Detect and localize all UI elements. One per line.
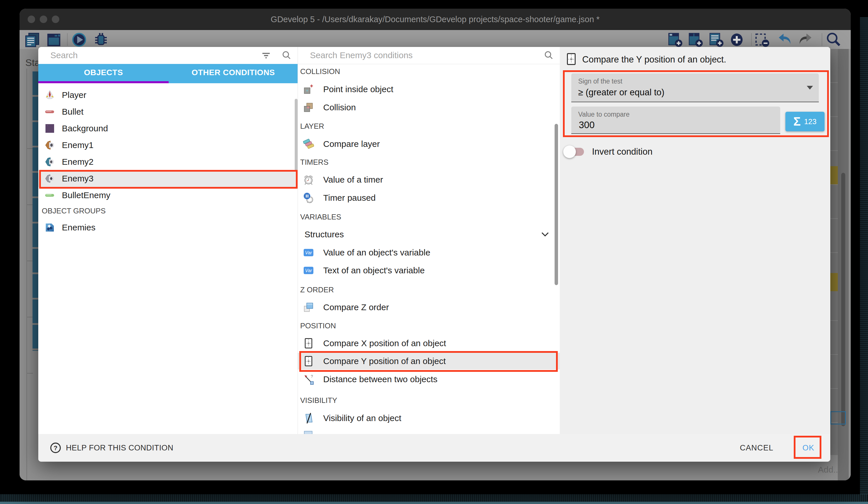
chevron-down-icon bbox=[541, 232, 549, 238]
highlighted-event-block bbox=[830, 166, 838, 184]
dialog-footer: ? HELP FOR THIS CONDITION CANCEL OK bbox=[38, 434, 830, 462]
event-selection-outline bbox=[830, 411, 846, 424]
group-name: Enemies bbox=[62, 219, 95, 236]
desktop-edge-texture-bottom bbox=[0, 494, 868, 502]
condition-item[interactable]: Visibility of an object bbox=[298, 410, 560, 426]
events-tree-stub bbox=[27, 317, 33, 317]
variable-icon: Var bbox=[303, 247, 314, 258]
undo-icon[interactable] bbox=[777, 32, 793, 48]
condition-item[interactable]: Timer paused bbox=[298, 190, 560, 206]
svg-text:Var: Var bbox=[305, 268, 312, 273]
screenshot-root: GDevelop 5 - /Users/dkarakay/Documents/G… bbox=[0, 0, 868, 504]
window-titlebar: GDevelop 5 - /Users/dkarakay/Documents/G… bbox=[20, 9, 851, 30]
condition-item-clipped[interactable] bbox=[298, 429, 560, 434]
bullet-enemy-icon bbox=[45, 190, 55, 200]
events-scrollbar[interactable] bbox=[841, 173, 845, 426]
add-layout-icon[interactable] bbox=[688, 32, 703, 48]
left-list-scrollbar[interactable] bbox=[295, 99, 298, 171]
condition-title: Compare the Y position of an object. bbox=[582, 47, 726, 72]
events-tree-stub bbox=[27, 148, 33, 149]
remove-dashed-icon[interactable] bbox=[754, 32, 770, 48]
project-manager-icon[interactable] bbox=[24, 32, 40, 48]
cancel-button[interactable]: CANCEL bbox=[731, 434, 783, 462]
position-grid-icon bbox=[303, 338, 314, 349]
annotation-box-ok bbox=[794, 436, 822, 459]
object-name: Enemy2 bbox=[62, 153, 94, 170]
condition-item[interactable]: Compare layer bbox=[298, 135, 560, 152]
invert-condition-toggle-knob[interactable] bbox=[563, 145, 576, 158]
condition-item[interactable]: Point inside object bbox=[298, 81, 560, 98]
object-search-input[interactable] bbox=[50, 47, 251, 64]
object-row-bullet[interactable]: Bullet bbox=[38, 103, 298, 120]
layers-icon bbox=[303, 139, 314, 150]
add-circle-icon[interactable] bbox=[729, 32, 745, 48]
window-title: GDevelop 5 - /Users/dkarakay/Documents/G… bbox=[20, 9, 851, 30]
section-header-position: POSITION bbox=[300, 321, 502, 331]
help-icon: ? bbox=[50, 442, 61, 455]
bullet-icon bbox=[45, 107, 55, 117]
object-row-enemy1[interactable]: Enemy1 bbox=[38, 137, 298, 153]
object-row-bulletenemy[interactable]: BulletEnemy bbox=[38, 187, 298, 204]
condition-item[interactable]: Collision bbox=[298, 99, 560, 116]
visibility-icon bbox=[303, 413, 314, 424]
add-more-link[interactable]: Add... bbox=[818, 465, 840, 475]
object-name: Background bbox=[62, 120, 108, 137]
condition-item[interactable]: Value of a timer bbox=[298, 171, 560, 188]
invert-condition-label: Invert condition bbox=[592, 144, 652, 160]
tab-objects[interactable]: OBJECTS bbox=[38, 64, 169, 81]
events-tree-stub bbox=[27, 204, 33, 205]
add-events-icon[interactable] bbox=[709, 32, 724, 48]
timer-paused-icon bbox=[303, 192, 314, 203]
toolbar-separator bbox=[67, 33, 68, 46]
scene-window-icon[interactable] bbox=[46, 32, 62, 48]
object-row-enemy2[interactable]: Enemy2 bbox=[38, 153, 298, 170]
z-order-icon bbox=[303, 302, 314, 313]
object-row-player[interactable]: Player bbox=[38, 87, 298, 103]
svg-text:?: ? bbox=[53, 444, 57, 452]
player-ship-icon bbox=[45, 90, 55, 100]
add-object-icon[interactable] bbox=[668, 32, 683, 48]
background-icon bbox=[45, 123, 55, 134]
section-header-timers: TIMERS bbox=[300, 157, 502, 167]
help-for-condition-link[interactable]: HELP FOR THIS CONDITION bbox=[66, 434, 174, 462]
condition-item[interactable]: Compare Z order bbox=[298, 299, 560, 316]
object-groups-header: OBJECT GROUPS bbox=[42, 205, 186, 216]
clipped-icon bbox=[303, 430, 314, 434]
filter-icon[interactable] bbox=[261, 51, 271, 62]
condition-item[interactable]: Compare X position of an object bbox=[298, 335, 560, 352]
section-header-visibility: VISIBILITY bbox=[300, 395, 502, 405]
group-row-enemies[interactable]: Enemies bbox=[38, 219, 298, 236]
section-header-zorder: Z ORDER bbox=[300, 285, 502, 295]
desktop-edge-bar bbox=[0, 502, 868, 504]
condition-item[interactable]: ? Distance between two objects bbox=[298, 371, 560, 387]
main-toolbar bbox=[20, 30, 851, 49]
events-tree-line bbox=[27, 69, 27, 480]
debug-icon[interactable] bbox=[93, 32, 108, 48]
redo-icon[interactable] bbox=[797, 32, 813, 48]
point-inside-object-icon bbox=[303, 84, 314, 95]
section-header-collision: COLLISION bbox=[300, 67, 502, 76]
condition-item[interactable]: Var Text of an object's variable bbox=[298, 262, 560, 279]
collision-icon bbox=[303, 102, 314, 113]
variable-icon: Var bbox=[303, 265, 314, 276]
search-icon[interactable] bbox=[544, 50, 554, 62]
toolbar-separator bbox=[751, 33, 752, 46]
structures-expander[interactable]: Structures bbox=[298, 226, 560, 243]
toolbar-separator bbox=[822, 33, 822, 46]
search-icon[interactable] bbox=[826, 32, 841, 48]
conditions-scrollbar[interactable] bbox=[555, 124, 558, 285]
events-tree-stub bbox=[27, 373, 33, 374]
object-name: Player bbox=[62, 87, 86, 103]
play-icon[interactable] bbox=[71, 32, 87, 48]
svg-text:Var: Var bbox=[305, 250, 312, 255]
annotation-box-parameters bbox=[563, 70, 829, 137]
distance-icon: ? bbox=[303, 374, 314, 385]
object-row-background[interactable]: Background bbox=[38, 120, 298, 137]
position-grid-icon bbox=[565, 53, 578, 67]
tab-other-conditions[interactable]: OTHER CONDITIONS bbox=[169, 64, 298, 81]
condition-search-input[interactable] bbox=[309, 47, 528, 64]
condition-item[interactable]: Var Value of an object's variable bbox=[298, 244, 560, 261]
enemy2-ship-icon bbox=[45, 157, 55, 167]
scene-tab-label: Sta bbox=[25, 57, 40, 68]
search-icon[interactable] bbox=[281, 50, 292, 62]
